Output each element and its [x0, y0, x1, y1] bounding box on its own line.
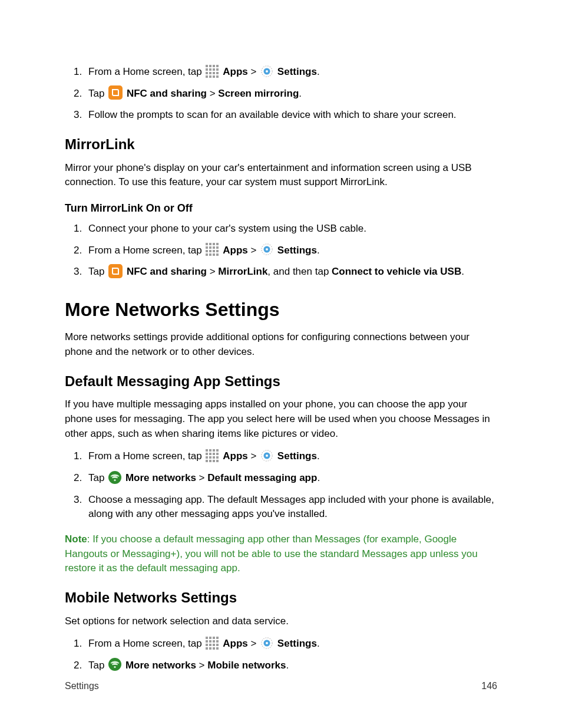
note-label: Note — [65, 533, 87, 545]
svg-rect-6 — [213, 68, 215, 71]
svg-rect-33 — [209, 253, 211, 256]
separator: > — [250, 245, 259, 256]
more-networks-icon — [108, 471, 121, 484]
separator: > — [199, 472, 208, 483]
svg-point-81 — [114, 666, 116, 668]
svg-rect-21 — [209, 243, 211, 245]
apps-grid-icon — [206, 65, 219, 78]
svg-rect-40 — [206, 449, 208, 452]
step-item: Tap NFC and sharing > MirrorLink, and th… — [85, 265, 497, 279]
step-suffix: . — [317, 245, 320, 256]
default-messaging-steps: From a Home screen, tap Apps > — [65, 449, 497, 522]
svg-rect-32 — [206, 253, 208, 256]
svg-rect-44 — [206, 453, 208, 455]
svg-rect-76 — [216, 647, 219, 650]
svg-rect-14 — [213, 75, 215, 78]
mirrorlink-heading: MirrorLink — [65, 134, 497, 155]
mobile-networks-steps: From a Home screen, tap Apps > — [65, 637, 497, 673]
svg-rect-74 — [209, 647, 211, 650]
svg-rect-43 — [216, 449, 219, 452]
svg-rect-12 — [206, 75, 208, 78]
svg-rect-53 — [209, 460, 211, 462]
svg-rect-41 — [209, 449, 211, 452]
svg-rect-75 — [213, 647, 215, 650]
apps-label: Apps — [223, 66, 248, 77]
svg-rect-34 — [213, 253, 215, 256]
note-paragraph: Note: If you choose a default messaging … — [65, 532, 497, 576]
step-item: Choose a messaging app. The default Mess… — [85, 493, 497, 522]
svg-rect-23 — [216, 243, 219, 245]
step-text: Tap — [88, 88, 104, 99]
step-text: From a Home screen, tap — [88, 66, 202, 77]
svg-rect-52 — [206, 460, 208, 462]
svg-rect-1 — [209, 65, 211, 67]
page-footer: Settings 146 — [65, 679, 497, 693]
step-suffix: . — [317, 66, 320, 77]
svg-rect-29 — [209, 250, 211, 252]
step-text: Follow the prompts to scan for an availa… — [88, 109, 457, 120]
step-item: From a Home screen, tap Apps > — [85, 65, 497, 80]
note-text: : If you choose a default messaging app … — [65, 533, 478, 574]
step-mid: , and then tap — [267, 266, 332, 277]
nfc-square-icon — [108, 264, 123, 278]
mobile-networks-heading: Mobile Networks Settings — [65, 588, 497, 608]
svg-rect-48 — [206, 456, 208, 459]
footer-section: Settings — [65, 679, 99, 693]
svg-rect-19 — [108, 85, 123, 100]
step-item: Tap NFC and sharing > Screen mirroring. — [85, 87, 497, 101]
step-text: From a Home screen, tap — [88, 450, 202, 462]
svg-rect-69 — [206, 644, 208, 646]
svg-rect-42 — [213, 449, 215, 452]
apps-label: Apps — [223, 245, 248, 256]
svg-rect-13 — [209, 75, 211, 78]
svg-rect-22 — [213, 243, 215, 245]
separator: > — [210, 88, 219, 99]
step-suffix: . — [317, 450, 320, 462]
mirrorlink-paragraph: Mirror your phone's display on your car'… — [65, 161, 497, 190]
step-text: Connect your phone to your car's system … — [88, 223, 366, 234]
default-messaging-paragraph: If you have multiple messaging apps inst… — [65, 397, 497, 441]
step-text: From a Home screen, tap — [88, 638, 202, 649]
step-item: Follow the prompts to scan for an availa… — [85, 108, 497, 123]
svg-rect-47 — [216, 453, 219, 455]
settings-gear-icon — [260, 65, 273, 78]
step-item: Tap More networks > Default messaging ap… — [85, 471, 497, 486]
svg-point-18 — [266, 70, 268, 72]
svg-rect-73 — [206, 647, 208, 650]
svg-rect-30 — [213, 250, 215, 252]
svg-rect-50 — [213, 456, 215, 459]
svg-point-60 — [114, 479, 116, 480]
step-suffix: . — [286, 660, 289, 671]
svg-rect-67 — [213, 640, 215, 643]
more-networks-icon — [108, 658, 121, 671]
nfc-label: NFC and sharing — [127, 88, 207, 99]
svg-rect-15 — [216, 75, 219, 78]
svg-point-79 — [266, 642, 268, 644]
step-suffix: . — [317, 472, 320, 483]
svg-rect-31 — [216, 250, 219, 252]
default-messaging-app-label: Default messaging app — [207, 472, 317, 483]
separator: > — [250, 638, 259, 649]
apps-grid-icon — [206, 449, 219, 462]
more-networks-heading: More Networks Settings — [65, 296, 497, 323]
step-item: From a Home screen, tap Apps > — [85, 637, 497, 651]
more-networks-label: More networks — [125, 660, 196, 671]
mobile-networks-paragraph: Set options for network selection and da… — [65, 614, 497, 629]
svg-rect-5 — [209, 68, 211, 71]
svg-rect-39 — [108, 264, 123, 278]
step-text: Choose a messaging app. The default Mess… — [88, 494, 494, 520]
svg-rect-63 — [213, 637, 215, 639]
svg-rect-26 — [213, 246, 215, 249]
separator: > — [199, 660, 208, 671]
svg-rect-4 — [206, 68, 208, 71]
settings-label: Settings — [277, 66, 317, 77]
svg-rect-8 — [206, 72, 208, 74]
step-suffix: . — [461, 266, 464, 277]
separator: > — [250, 66, 259, 77]
apps-grid-icon — [206, 243, 219, 256]
svg-rect-54 — [213, 460, 215, 462]
settings-gear-icon — [260, 449, 273, 462]
svg-rect-61 — [206, 637, 208, 639]
nfc-label: NFC and sharing — [127, 266, 207, 277]
step-suffix: . — [299, 88, 302, 99]
